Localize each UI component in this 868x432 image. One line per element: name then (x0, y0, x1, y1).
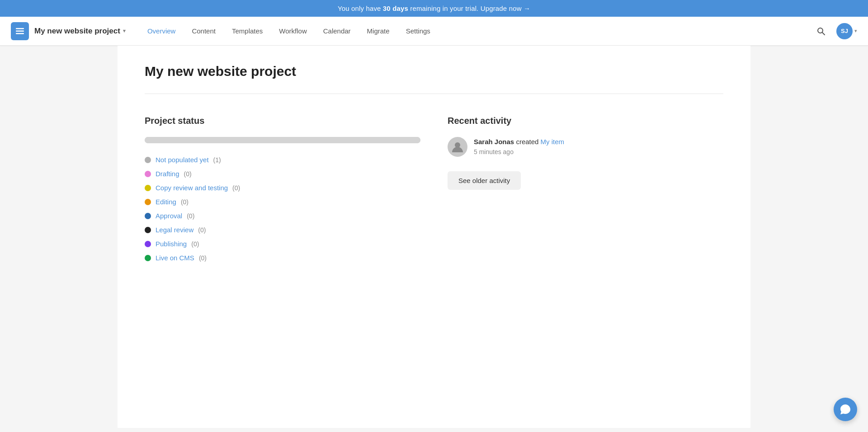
activity-action: created (516, 138, 540, 146)
activity-text: Sarah Jonas created My item (474, 137, 564, 147)
nav-links: Overview Content Templates Workflow Cale… (140, 23, 813, 38)
status-count: (0) (181, 198, 189, 206)
recent-activity-title: Recent activity (448, 116, 723, 126)
status-count: (0) (187, 212, 194, 220)
activity-time: 5 minutes ago (474, 148, 564, 155)
status-dot (145, 255, 151, 261)
see-older-activity-button[interactable]: See older activity (448, 171, 521, 190)
status-label[interactable]: Editing (156, 198, 176, 206)
banner-highlight: 30 days (383, 5, 408, 12)
navbar-brand: My new website project ▾ (11, 22, 126, 40)
status-count: (0) (232, 184, 240, 192)
project-selector[interactable]: My new website project ▾ (34, 27, 126, 36)
status-item: Editing (0) (145, 198, 420, 206)
status-item: Not populated yet (1) (145, 156, 420, 164)
status-item: Approval (0) (145, 212, 420, 220)
status-dot (145, 199, 151, 205)
divider (145, 94, 723, 94)
status-dot (145, 227, 151, 233)
banner-text-before: You only have (338, 5, 383, 12)
status-label[interactable]: Live on CMS (156, 254, 194, 262)
activity-content: Sarah Jonas created My item 5 minutes ag… (474, 137, 564, 155)
status-item: Copy review and testing (0) (145, 184, 420, 192)
banner-text-after: remaining in your trial. (408, 5, 481, 12)
nav-link-overview[interactable]: Overview (140, 23, 183, 38)
user-menu[interactable]: SJ ▾ (836, 23, 857, 39)
user-menu-chevron: ▾ (854, 28, 857, 34)
svg-line-4 (822, 33, 825, 35)
svg-rect-2 (16, 33, 24, 34)
nav-link-calendar[interactable]: Calendar (316, 23, 358, 38)
chat-bubble-button[interactable] (834, 398, 857, 421)
project-status-section: Project status Not populated yet (1) Dra… (145, 116, 420, 262)
nav-link-templates[interactable]: Templates (225, 23, 270, 38)
svg-rect-1 (16, 30, 24, 32)
project-dropdown-chevron: ▾ (123, 28, 126, 34)
status-count: (0) (198, 226, 206, 234)
status-list: Not populated yet (1) Drafting (0) Copy … (145, 156, 420, 262)
status-count: (0) (191, 240, 199, 248)
status-item: Drafting (0) (145, 170, 420, 178)
svg-rect-0 (16, 28, 24, 29)
nav-link-workflow[interactable]: Workflow (272, 23, 314, 38)
search-button[interactable] (813, 23, 829, 39)
status-dot (145, 157, 151, 163)
main-content: My new website project Project status No… (118, 46, 750, 428)
status-label[interactable]: Approval (156, 212, 182, 220)
status-item: Live on CMS (0) (145, 254, 420, 262)
status-dot (145, 171, 151, 177)
nav-link-settings[interactable]: Settings (399, 23, 438, 38)
two-column-layout: Project status Not populated yet (1) Dra… (145, 116, 723, 262)
status-label[interactable]: Legal review (156, 226, 193, 234)
recent-activity-section: Recent activity Sarah Jonas created My i… (448, 116, 723, 262)
status-dot (145, 213, 151, 219)
progress-bar-fill (145, 137, 420, 143)
progress-bar-container (145, 137, 420, 143)
status-item: Legal review (0) (145, 226, 420, 234)
brand-icon (11, 22, 29, 40)
nav-link-content[interactable]: Content (184, 23, 223, 38)
status-dot (145, 185, 151, 191)
status-label[interactable]: Not populated yet (156, 156, 209, 164)
nav-right: SJ ▾ (813, 23, 857, 39)
status-label[interactable]: Drafting (156, 170, 179, 178)
status-label[interactable]: Publishing (156, 240, 187, 248)
project-status-title: Project status (145, 116, 420, 126)
activity-user: Sarah Jonas (474, 138, 514, 146)
status-count: (1) (213, 156, 221, 164)
nav-link-migrate[interactable]: Migrate (360, 23, 397, 38)
navbar: My new website project ▾ Overview Conten… (0, 17, 868, 46)
status-label[interactable]: Copy review and testing (156, 184, 228, 192)
project-name: My new website project (34, 27, 120, 36)
activity-list: Sarah Jonas created My item 5 minutes ag… (448, 137, 723, 157)
activity-link[interactable]: My item (541, 138, 565, 146)
upgrade-link[interactable]: Upgrade now → (481, 5, 530, 12)
trial-banner: You only have 30 days remaining in your … (0, 0, 868, 17)
status-count: (0) (199, 254, 207, 262)
page-title: My new website project (145, 64, 723, 79)
status-dot (145, 241, 151, 247)
activity-item: Sarah Jonas created My item 5 minutes ag… (448, 137, 723, 157)
status-item: Publishing (0) (145, 240, 420, 248)
user-avatar: SJ (836, 23, 853, 39)
status-count: (0) (184, 170, 192, 178)
activity-avatar (448, 137, 467, 157)
